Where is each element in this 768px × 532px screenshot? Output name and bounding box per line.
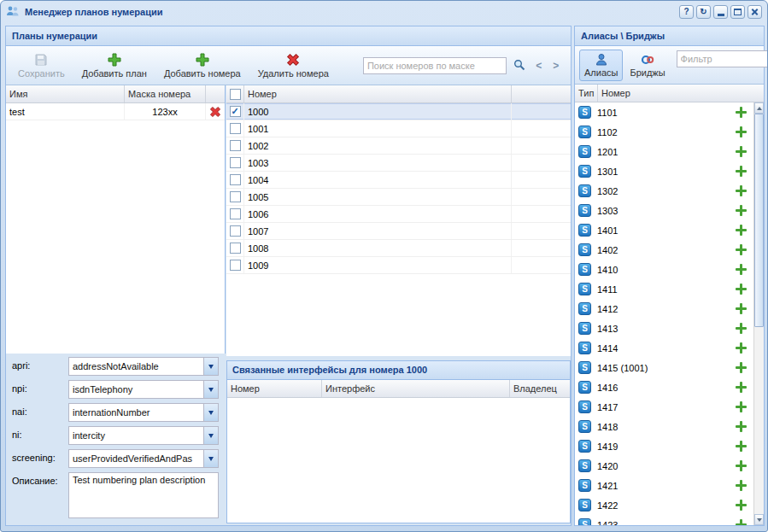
plan-row[interactable]: test 123xx (6, 103, 225, 120)
number-row[interactable]: 1004 (226, 172, 571, 189)
number-checkbox[interactable] (230, 225, 241, 237)
column-header-interface[interactable]: Интерфейс (322, 380, 510, 397)
add-alias-icon[interactable] (736, 107, 747, 118)
add-alias-icon[interactable] (736, 126, 747, 137)
column-header-alias-number[interactable]: Номер (598, 85, 764, 102)
close-button[interactable] (747, 5, 762, 19)
alias-row[interactable]: S1413 (575, 319, 753, 338)
column-header-if-number[interactable]: Номер (227, 380, 322, 397)
bridges-toggle-button[interactable]: Бриджы (624, 50, 670, 81)
add-alias-icon[interactable] (736, 421, 747, 432)
scroll-down-button[interactable] (754, 514, 764, 525)
add-alias-icon[interactable] (736, 303, 747, 314)
add-alias-icon[interactable] (736, 244, 747, 255)
npi-combobox[interactable]: isdnTelephony (68, 380, 219, 399)
add-alias-icon[interactable] (736, 185, 747, 196)
column-header-number[interactable]: Номер (244, 85, 512, 102)
number-row[interactable]: 1006 (226, 206, 571, 223)
add-alias-icon[interactable] (736, 480, 747, 491)
number-row[interactable]: 1005 (226, 189, 571, 206)
number-checkbox[interactable] (230, 106, 241, 117)
column-header-name[interactable]: Имя (6, 85, 125, 102)
minimize-button[interactable] (713, 5, 728, 19)
add-alias-icon[interactable] (736, 401, 747, 412)
search-input[interactable] (363, 57, 507, 74)
maximize-button[interactable] (730, 5, 745, 19)
combo-arrow-icon[interactable] (203, 404, 218, 421)
alias-row[interactable]: S1422 (575, 495, 753, 515)
alias-row[interactable]: S1303 (575, 201, 753, 220)
add-alias-icon[interactable] (736, 519, 747, 525)
apri-combobox[interactable]: addressNotAvailable (68, 357, 219, 376)
add-alias-icon[interactable] (736, 362, 747, 373)
alias-row[interactable]: S1412 (575, 299, 753, 319)
alias-row[interactable]: S1418 (575, 417, 753, 436)
number-checkbox[interactable] (230, 174, 241, 185)
save-button[interactable]: Сохранить (12, 50, 71, 82)
alias-row[interactable]: S1419 (575, 436, 753, 456)
alias-row[interactable]: S1417 (575, 397, 753, 417)
number-row[interactable]: 1003 (226, 155, 571, 172)
alias-row[interactable]: S1401 (575, 220, 753, 240)
column-header-type[interactable]: Тип (575, 85, 598, 102)
alias-row[interactable]: S1423 (575, 515, 753, 525)
alias-row[interactable]: S1101 (575, 102, 753, 122)
ni-combobox[interactable]: intercity (68, 426, 219, 445)
nai-combobox[interactable]: internationNumber (68, 403, 219, 422)
filter-input[interactable] (677, 50, 768, 67)
help-button[interactable]: ? (679, 5, 694, 19)
alias-row[interactable]: S1301 (575, 161, 753, 181)
select-all-checkbox[interactable] (230, 89, 241, 100)
add-alias-icon[interactable] (736, 166, 747, 177)
add-alias-icon[interactable] (736, 382, 747, 393)
column-header-mask[interactable]: Маска номера (125, 85, 206, 102)
combo-arrow-icon[interactable] (203, 358, 218, 375)
number-checkbox[interactable] (230, 157, 241, 168)
alias-row[interactable]: S1201 (575, 142, 753, 161)
screening-combobox[interactable]: userProvidedVerifiedAndPas (68, 449, 219, 468)
add-alias-icon[interactable] (736, 460, 747, 471)
aliases-toggle-button[interactable]: Алиасы (579, 50, 623, 81)
number-row[interactable]: 1000 (226, 103, 571, 120)
number-row[interactable]: 1007 (226, 223, 571, 240)
add-alias-icon[interactable] (736, 284, 747, 295)
description-textarea[interactable]: Test numbering plan description (68, 472, 219, 518)
combo-arrow-icon[interactable] (203, 381, 218, 398)
add-alias-icon[interactable] (736, 323, 747, 334)
alias-row[interactable]: S1411 (575, 279, 753, 299)
alias-row[interactable]: S1410 (575, 260, 753, 279)
prev-page-button[interactable]: < (532, 56, 546, 75)
add-alias-icon[interactable] (736, 441, 747, 452)
combo-arrow-icon[interactable] (203, 427, 218, 444)
scroll-up-button[interactable] (754, 102, 764, 114)
add-alias-icon[interactable] (736, 205, 747, 216)
number-checkbox[interactable] (230, 208, 241, 219)
add-alias-icon[interactable] (736, 264, 747, 275)
next-page-button[interactable]: > (549, 56, 563, 75)
number-checkbox[interactable] (230, 140, 241, 151)
scrollbar-thumb[interactable] (754, 114, 764, 327)
add-alias-icon[interactable] (736, 342, 747, 354)
number-row[interactable]: 1009 (226, 257, 571, 274)
number-checkbox[interactable] (230, 243, 241, 254)
alias-row[interactable]: S1102 (575, 122, 753, 142)
number-row[interactable]: 1001 (226, 120, 571, 137)
add-alias-icon[interactable] (736, 500, 747, 511)
combo-arrow-icon[interactable] (203, 450, 218, 467)
alias-row[interactable]: S1402 (575, 240, 753, 260)
column-header-owner[interactable]: Владелец (510, 380, 570, 397)
alias-row[interactable]: S1414 (575, 338, 753, 358)
number-checkbox[interactable] (230, 123, 241, 134)
search-button[interactable] (510, 56, 529, 75)
alias-row[interactable]: S1421 (575, 476, 753, 495)
delete-numbers-button[interactable]: Удалить номера (252, 50, 335, 82)
number-checkbox[interactable] (230, 191, 241, 202)
add-plan-button[interactable]: Добавить план (76, 50, 153, 82)
alias-row[interactable]: S1302 (575, 181, 753, 201)
add-alias-icon[interactable] (736, 225, 747, 236)
alias-row[interactable]: S1420 (575, 456, 753, 476)
delete-plan-icon[interactable] (206, 103, 225, 120)
alias-row[interactable]: S1415 (1001) (575, 358, 753, 377)
vertical-scrollbar[interactable] (753, 102, 764, 525)
add-alias-icon[interactable] (736, 146, 747, 157)
